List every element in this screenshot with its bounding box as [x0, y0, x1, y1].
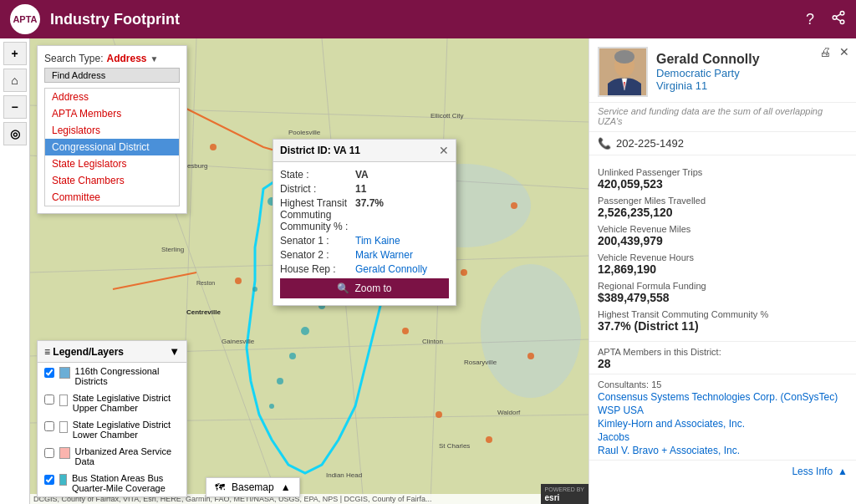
legend-check-urbanized[interactable] [44, 448, 54, 458]
share-icon[interactable] [831, 10, 846, 29]
legend-swatch-upper [59, 395, 68, 406]
legend-check-congressional[interactable] [44, 368, 54, 378]
legislator-party: Democratic Party [656, 67, 848, 79]
district-popup: District ID: VA 11 ✕ State : VA District… [273, 139, 456, 306]
popup-state-label: State : [280, 169, 355, 181]
info-panel-actions: 🖨 ✕ [819, 45, 849, 59]
consultant-link[interactable]: Kimley-Horn and Associates, Inc. [598, 418, 848, 430]
svg-text:St Charles: St Charles [439, 442, 470, 450]
svg-text:Reston: Reston [196, 280, 215, 286]
popup-senator2-link[interactable]: Mark Warner [355, 249, 413, 261]
svg-point-24 [289, 353, 296, 359]
dropdown-item-state-chambers[interactable]: State Chambers [45, 172, 179, 189]
legend-label-lower: State Legislative District Lower Chamber [73, 420, 180, 440]
legend-swatch-urbanized [59, 447, 70, 459]
consultant-link[interactable]: WSP USA [598, 405, 848, 416]
svg-point-33 [402, 328, 409, 334]
help-icon[interactable]: ? [806, 11, 814, 28]
legend-item-lower: State Legislative District Lower Chamber [38, 416, 186, 443]
basemap-button[interactable]: 🗺 Basemap ▲ [206, 477, 300, 497]
info-stats: Unlinked Passenger Trips420,059,523Passe… [589, 155, 856, 341]
consultant-link[interactable]: Raul V. Bravo + Associates, Inc. [598, 445, 848, 456]
legend-collapse-icon[interactable]: ▼ [169, 345, 180, 358]
find-address-button[interactable]: Find Address [44, 68, 180, 83]
stat-value: 2,526,235,120 [598, 206, 848, 219]
svg-point-25 [277, 378, 283, 384]
dropdown-item-apta[interactable]: APTA Members [45, 105, 179, 122]
legend-swatch-bus [59, 474, 67, 486]
legend-check-lower[interactable] [44, 421, 54, 431]
info-footer: Less Info ▲ [589, 460, 856, 482]
district-popup-body: State : VA District : 11 Highest Transit… [273, 162, 456, 305]
stat-label: Passenger Miles Travelled [598, 196, 848, 206]
popup-houserep-link[interactable]: Gerald Connolly [355, 263, 427, 275]
legend-item-congressional: 116th Congressional Districts [38, 363, 186, 389]
info-consultants: Consultants: 15 Consensus Systems Techno… [589, 374, 856, 460]
dropdown-item-address[interactable]: Address [45, 89, 179, 105]
popup-houserep-label: House Rep : [280, 263, 355, 275]
svg-text:Clinton: Clinton [422, 338, 443, 345]
phone-number: 202-225-1492 [616, 137, 684, 150]
svg-point-1 [833, 15, 837, 19]
popup-district-label: District : [280, 183, 355, 195]
search-dropdown-arrow[interactable]: ▼ [150, 54, 159, 64]
zoom-in-button[interactable]: + [3, 42, 27, 65]
left-toolbar: + ⌂ − ◎ [0, 38, 30, 504]
stat-label: Vehicle Revenue Hours [598, 252, 848, 262]
svg-point-36 [436, 411, 442, 418]
svg-line-4 [836, 13, 840, 16]
zoom-icon: 🔍 [337, 283, 349, 294]
svg-text:Indian Head: Indian Head [326, 471, 362, 479]
search-dropdown: Address APTA Members Legislators Congres… [44, 88, 180, 206]
app-header: APTA Industry Footprint ? [0, 0, 856, 38]
legend-item-upper: State Legislative District Upper Chamber [38, 389, 186, 416]
close-info-button[interactable]: ✕ [839, 45, 849, 59]
map-area[interactable]: HOWARD Ellicott City CLARK Leesburg Pool… [30, 38, 588, 504]
zoom-to-button[interactable]: 🔍 Zoom to [280, 278, 449, 298]
dropdown-item-legislators[interactable]: Legislators [45, 122, 179, 139]
stat-label: Regional Formula Funding [598, 281, 848, 291]
header-icons: ? [806, 10, 846, 29]
main-area: + ⌂ − ◎ [0, 38, 856, 504]
svg-point-2 [840, 20, 844, 24]
popup-htc-label: Highest TransitCommutingCommunity % : [280, 197, 355, 232]
legend-label-urbanized: Urbanized Area Service Data [75, 446, 180, 466]
legend-item-bus: Bus Station Areas Bus Quarter-Mile Cover… [38, 470, 186, 496]
dropdown-item-congressional[interactable]: Congressional District [45, 139, 179, 155]
esri-logo: POWERED BY esri [541, 484, 588, 504]
district-popup-header: District ID: VA 11 ✕ [273, 140, 456, 162]
zoom-out-button[interactable]: − [3, 95, 27, 119]
legend-title: ≡ Legend/Layers [44, 346, 124, 358]
popup-senator2-label: Senator 2 : [280, 249, 355, 261]
home-button[interactable]: ⌂ [3, 69, 27, 92]
less-info-button[interactable]: Less Info [792, 466, 833, 477]
dropdown-item-state-leg[interactable]: State Legislators [45, 155, 179, 172]
svg-text:Rosaryville: Rosaryville [464, 359, 497, 366]
legend-check-bus[interactable] [44, 475, 54, 485]
district-popup-close-button[interactable]: ✕ [439, 144, 449, 157]
consultant-link[interactable]: Jacobs [598, 431, 848, 443]
basemap-icon: 🗺 [215, 481, 225, 493]
legend-header[interactable]: ≡ Legend/Layers ▼ [38, 341, 186, 363]
svg-point-31 [210, 144, 217, 150]
stat-value: 200,439,979 [598, 234, 848, 247]
dropdown-item-committee[interactable]: Committee [45, 189, 179, 206]
legend-label-upper: State Legislative District Upper Chamber [73, 393, 180, 413]
svg-point-37 [486, 436, 492, 443]
legend-check-upper[interactable] [44, 395, 54, 405]
consultant-link[interactable]: Consensus Systems Technologies Corp. (Co… [598, 391, 848, 403]
info-panel-header: Gerald Connolly Democratic Party Virgini… [589, 38, 856, 103]
members-label: APTA Members in this District: [598, 347, 848, 357]
popup-district-value: 11 [355, 183, 366, 195]
popup-houserep-row: House Rep : Gerald Connolly [280, 263, 449, 275]
popup-senator1-row: Senator 1 : Tim Kaine [280, 235, 449, 247]
print-button[interactable]: 🖨 [819, 45, 831, 59]
popup-senator1-label: Senator 1 : [280, 235, 355, 247]
search-panel: Search Type: Address ▼ Find Address Addr… [37, 45, 187, 214]
district-popup-title: District ID: VA 11 [280, 145, 360, 156]
legend-items: 116th Congressional Districts State Legi… [38, 363, 186, 496]
popup-senator1-link[interactable]: Tim Kaine [355, 235, 400, 247]
svg-text:Poolesville: Poolesville [288, 129, 321, 136]
locate-button[interactable]: ◎ [3, 122, 27, 145]
stat-label: Unlinked Passenger Trips [598, 167, 848, 177]
